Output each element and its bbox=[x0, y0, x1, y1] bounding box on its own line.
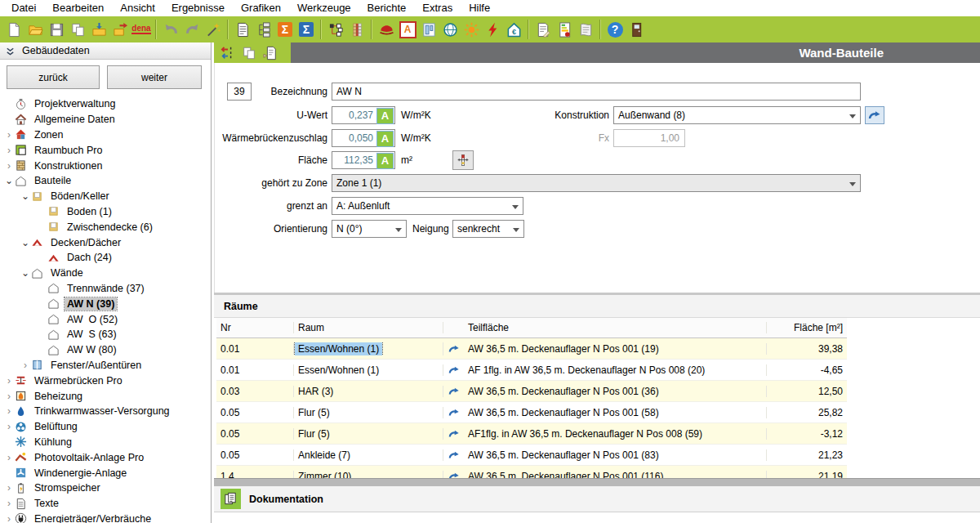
expander-open-icon[interactable]: ⌄ bbox=[3, 175, 15, 186]
magic-wand-icon[interactable] bbox=[203, 20, 223, 39]
auto-badge-button[interactable]: A bbox=[376, 153, 394, 169]
table-row[interactable]: 0.03HAR (3)AW 36,5 m. Deckenauflager N P… bbox=[216, 381, 847, 402]
table-row[interactable]: 0.05Flur (5)AF1flg. in AW 36,5 m. Decken… bbox=[216, 423, 847, 445]
menu-item-bearbeiten[interactable]: Bearbeiten bbox=[44, 0, 112, 16]
tree-item-aw-w-80[interactable]: AW W (80) bbox=[0, 342, 210, 358]
tree-item-stromspeicher[interactable]: ›Stromspeicher bbox=[0, 481, 210, 496]
door-icon[interactable] bbox=[626, 20, 646, 39]
expander-open-icon[interactable]: ⌄ bbox=[20, 267, 31, 279]
menu-item-extras[interactable]: Extras bbox=[414, 0, 461, 16]
tree-item-aw-n-39[interactable]: AW N (39) bbox=[0, 296, 210, 311]
menu-item-hilfe[interactable]: Hilfe bbox=[461, 0, 498, 16]
expander-closed-icon[interactable]: › bbox=[3, 405, 15, 417]
cell-raum[interactable]: Essen/Wohnen (1) bbox=[294, 364, 443, 376]
cell-flaeche[interactable]: 21,23 bbox=[767, 449, 847, 461]
tree-item-raumbuch-pro[interactable]: ›Raumbuch Pro bbox=[0, 142, 210, 158]
tree-item-texte[interactable]: ›Texte bbox=[0, 496, 210, 512]
grenzt-an-dropdown[interactable]: A: Außenluft bbox=[332, 197, 523, 215]
expander-closed-icon[interactable]: › bbox=[3, 498, 15, 509]
collapse-chevrons-icon[interactable] bbox=[5, 46, 16, 56]
tree-item-trennw-nde-37[interactable]: Trennwände (37) bbox=[0, 281, 210, 297]
redo-icon[interactable] bbox=[182, 20, 202, 39]
tree-item-fenster-au-ent-ren[interactable]: ›Fenster/Außentüren bbox=[0, 358, 210, 373]
cell-flaeche[interactable]: 12,50 bbox=[767, 386, 847, 397]
expander-open-icon[interactable]: ⌄ bbox=[20, 190, 31, 202]
cell-flaeche[interactable]: 25,82 bbox=[767, 407, 847, 418]
node-diagram-icon[interactable] bbox=[326, 20, 345, 39]
import-folder-icon[interactable] bbox=[89, 20, 109, 39]
cell-raum[interactable]: Essen/Wohnen (1) bbox=[294, 342, 443, 355]
cell-flaeche[interactable]: -4,65 bbox=[767, 364, 847, 376]
cell-teilflaeche[interactable]: AW 36,5 m. Deckenauflager N Pos 001 (83) bbox=[464, 449, 767, 461]
tree-item-w-rmebr-cken-pro[interactable]: ›Wärmebrücken Pro bbox=[0, 373, 210, 388]
undo-icon[interactable] bbox=[161, 20, 180, 39]
dena-logo[interactable]: dena bbox=[131, 20, 151, 39]
bezeichnung-input[interactable]: AW N bbox=[332, 83, 861, 101]
cell-teilflaeche[interactable]: AF1flg. in AW 36,5 m. Deckenauflager N P… bbox=[464, 428, 767, 440]
menu-item-werkzeuge[interactable]: Werkzeuge bbox=[289, 0, 359, 16]
waermebrueckenzuschlag-input[interactable]: 0,050A bbox=[332, 129, 395, 147]
open-folder-icon[interactable] bbox=[25, 20, 45, 39]
letter-a-icon[interactable]: A bbox=[398, 20, 417, 39]
tree-item-allgemeine-daten[interactable]: Allgemeine Daten bbox=[0, 112, 210, 127]
expander-closed-icon[interactable]: › bbox=[3, 160, 15, 172]
expander-closed-icon[interactable]: › bbox=[3, 391, 15, 402]
goto-teilflaeche-arrow-icon[interactable] bbox=[443, 364, 464, 376]
tree-item-dach-24[interactable]: Dach (24) bbox=[0, 250, 210, 266]
next-button[interactable]: weiter bbox=[107, 65, 202, 89]
lightning-icon[interactable] bbox=[483, 20, 502, 39]
tree-item-k-hlung[interactable]: Kühlung bbox=[0, 435, 210, 450]
tree-item-aw-s-63[interactable]: AW S (63) bbox=[0, 327, 210, 342]
menu-item-grafiken[interactable]: Grafiken bbox=[233, 0, 289, 16]
cell-flaeche[interactable]: 39,38 bbox=[767, 343, 847, 355]
tree-item-aw-o-52[interactable]: AW O (52) bbox=[0, 311, 210, 327]
table-row[interactable]: 0.01Essen/Wohnen (1)AF 1flg. in AW 36,5 … bbox=[216, 360, 847, 381]
neigung-dropdown[interactable]: senkrecht bbox=[452, 220, 524, 238]
uwert-input[interactable]: 0,237A bbox=[332, 106, 395, 124]
menu-item-ansicht[interactable]: Ansicht bbox=[112, 0, 163, 16]
goto-teilflaeche-arrow-icon[interactable] bbox=[443, 343, 464, 355]
tree-item-trinkwarmwasser-versorgung[interactable]: ›Trinkwarmwasser-Versorgung bbox=[0, 404, 210, 419]
tree-item-windenergie-anlage[interactable]: Windenergie-Anlage bbox=[0, 465, 210, 481]
back-button[interactable]: zurück bbox=[7, 65, 100, 89]
table-row[interactable]: 0.05Flur (5)AW 36,5 m. Deckenauflager N … bbox=[216, 402, 847, 423]
flaeche-input[interactable]: 112,35A bbox=[332, 151, 395, 169]
tree-item-projektverwaltung[interactable]: Projektverwaltung bbox=[0, 96, 210, 112]
cell-nr[interactable]: 0.01 bbox=[216, 364, 294, 376]
expander-open-icon[interactable]: ⌄ bbox=[20, 237, 31, 248]
energy-label-icon[interactable] bbox=[555, 20, 574, 39]
globe-icon[interactable] bbox=[440, 20, 460, 39]
tree-item-zwischendecke-6[interactable]: Zwischendecke (6) bbox=[0, 219, 210, 235]
cell-nr[interactable]: 0.05 bbox=[216, 449, 294, 461]
tree-item-w-nde[interactable]: ⌄Wände bbox=[0, 266, 210, 281]
table-row[interactable]: 0.05Ankleide (7)AW 36,5 m. Deckenauflage… bbox=[216, 445, 847, 466]
tree-item-decken-d-cher[interactable]: ⌄Decken/Dächer bbox=[0, 235, 210, 250]
cell-nr[interactable]: 0.03 bbox=[216, 386, 294, 397]
goto-teilflaeche-arrow-icon[interactable] bbox=[443, 386, 464, 397]
wall-layers-icon[interactable] bbox=[347, 20, 367, 39]
tree-item-b-den-keller[interactable]: ⌄Böden/Keller bbox=[0, 189, 210, 204]
table-row[interactable]: 0.01Essen/Wohnen (1)AW 36,5 m. Deckenauf… bbox=[216, 338, 847, 360]
tree-item-konstruktionen[interactable]: ›Konstruktionen bbox=[0, 158, 210, 173]
auto-badge-button[interactable]: A bbox=[376, 131, 394, 147]
expander-closed-icon[interactable]: › bbox=[3, 145, 15, 156]
report-icon[interactable] bbox=[533, 20, 553, 39]
cell-teilflaeche[interactable]: AF 1flg. in AW 36,5 m. Deckenauflager N … bbox=[464, 364, 767, 376]
tree-item-bel-ftung[interactable]: ›Belüftung bbox=[0, 419, 210, 435]
help-icon[interactable]: ? bbox=[605, 20, 625, 39]
red-cap-icon[interactable] bbox=[376, 20, 396, 39]
window-icon[interactable] bbox=[419, 20, 439, 39]
cell-teilflaeche[interactable]: AW 36,5 m. Deckenauflager N Pos 001 (19) bbox=[464, 343, 767, 355]
zone-dropdown[interactable]: Zone 1 (1) bbox=[332, 174, 861, 192]
goto-teilflaeche-arrow-icon[interactable] bbox=[443, 449, 464, 461]
menu-item-datei[interactable]: Datei bbox=[3, 0, 44, 16]
expander-closed-icon[interactable]: › bbox=[3, 375, 15, 387]
new-file-icon[interactable] bbox=[4, 20, 24, 39]
cell-nr[interactable]: 0.01 bbox=[216, 343, 294, 355]
certificate-icon[interactable] bbox=[576, 20, 595, 39]
menu-item-ergebnisse[interactable]: Ergebnisse bbox=[163, 0, 233, 16]
konstruktion-dropdown[interactable]: Außenwand (8) bbox=[613, 106, 861, 124]
cell-raum[interactable]: HAR (3) bbox=[294, 386, 443, 397]
cell-teilflaeche[interactable]: AW 36,5 m. Deckenauflager N Pos 001 (58) bbox=[464, 407, 767, 418]
sum-blue-icon[interactable]: Σ bbox=[296, 20, 316, 39]
